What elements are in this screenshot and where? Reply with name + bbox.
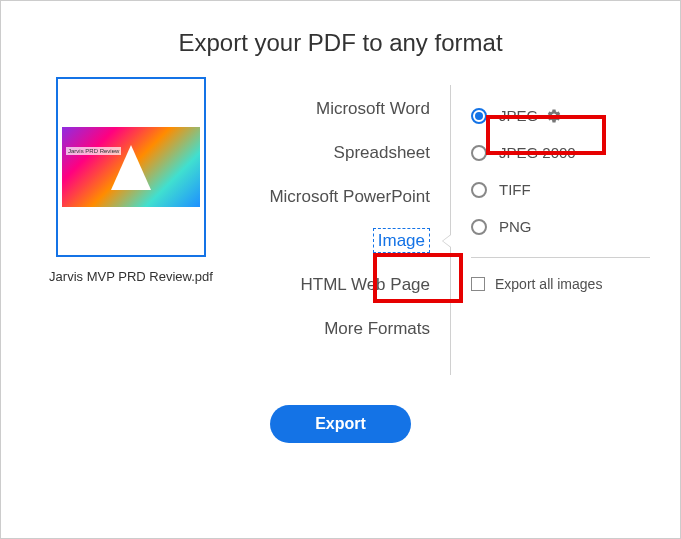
checkbox-label: Export all images [495, 276, 602, 292]
export-button[interactable]: Export [270, 405, 411, 443]
radio-label: PNG [499, 218, 532, 235]
radio-option-tiff[interactable]: TIFF [471, 171, 650, 208]
sub-format-panel: JPEG JPEG 2000 TIFF PNG Export all image… [450, 85, 650, 375]
format-option-image[interactable]: Image [231, 219, 450, 263]
format-option-more[interactable]: More Formats [231, 307, 450, 351]
format-option-word[interactable]: Microsoft Word [231, 87, 450, 131]
radio-option-png[interactable]: PNG [471, 208, 650, 245]
file-thumbnail[interactable]: Jarvis PRD Review [56, 77, 206, 257]
radio-option-jpeg[interactable]: JPEG [471, 97, 650, 134]
format-option-powerpoint[interactable]: Microsoft PowerPoint [231, 175, 450, 219]
checkbox-export-all-images[interactable]: Export all images [471, 270, 650, 292]
format-option-html[interactable]: HTML Web Page [231, 263, 450, 307]
radio-icon [471, 182, 487, 198]
gear-icon[interactable] [546, 108, 562, 124]
divider [471, 257, 650, 258]
selection-indicator-icon [442, 234, 451, 248]
thumbnail-preview: Jarvis PRD Review [62, 127, 200, 207]
file-name-label: Jarvis MVP PRD Review.pdf [49, 269, 213, 284]
radio-label: TIFF [499, 181, 531, 198]
thumbnail-caption: Jarvis PRD Review [66, 147, 121, 155]
radio-label: JPEG [499, 107, 538, 124]
radio-icon [471, 108, 487, 124]
radio-icon [471, 145, 487, 161]
page-title: Export your PDF to any format [1, 1, 680, 77]
checkbox-icon [471, 277, 485, 291]
radio-icon [471, 219, 487, 235]
radio-option-jpeg2000[interactable]: JPEG 2000 [471, 134, 650, 171]
radio-label: JPEG 2000 [499, 144, 576, 161]
format-option-spreadsheet[interactable]: Spreadsheet [231, 131, 450, 175]
format-list: Microsoft Word Spreadsheet Microsoft Pow… [231, 77, 450, 375]
